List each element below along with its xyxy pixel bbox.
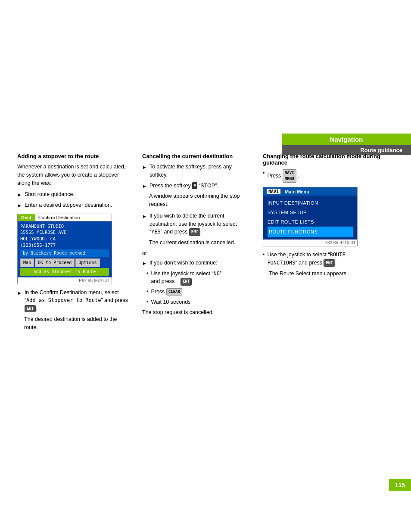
left-section-title: Adding a stopover to the route (17, 153, 129, 159)
bullet-arrow-1: ► (17, 191, 22, 199)
right-bullet-1-text: Press NAVIMENU . (267, 169, 299, 183)
middle-bullet-4: ► If you don’t wish to continue: (142, 259, 250, 267)
r-bullet-dot-1: • (263, 169, 265, 183)
sub-bullet-3-text: Wait 10 seconds (151, 298, 190, 306)
right-section-title: Changing the route calculation mode duri… (263, 153, 394, 166)
middle-bullet-4-text: If you don’t wish to continue: (149, 259, 218, 267)
left-bullet-1-text: Start route guidance. (25, 190, 75, 199)
sc-dest-tab: Dest (18, 214, 35, 221)
navi-item-2: SYSTEM SETUP (268, 208, 353, 217)
m-bullet-arrow-4: ► (142, 260, 147, 267)
sc-line4: (223)956-1777 (20, 242, 109, 249)
left-bullet-1: ► Start route guidance. (17, 190, 129, 199)
nav-tab-label: Navigation (282, 134, 411, 145)
sc-buttons: Map OK to Proceed Options (20, 258, 109, 267)
nav-header: Navigation Route guidance (282, 134, 411, 155)
sub-bullet-1-text: Use the joystick to select “NO” and pres… (151, 270, 221, 286)
left-bullet-2-text: Enter a desired stopover destination. (25, 201, 112, 209)
page-number: 115 (389, 479, 411, 491)
left-bullet-3: ► In the Confirm Destination menu, selec… (17, 289, 129, 313)
left-column: Adding a stopover to the route Whenever … (17, 153, 129, 335)
sub-dot-1: • (146, 270, 148, 286)
clear-button: CLEAR (166, 288, 182, 296)
bullet-arrow-2: ► (17, 202, 22, 209)
main-content: Adding a stopover to the route Whenever … (17, 153, 394, 335)
sub-dot-2: • (146, 288, 148, 296)
navi-main-menu-label: Main Menu (285, 189, 309, 194)
middle-after-bullet3: The current destination is cancelled. (149, 239, 250, 247)
bullet-arrow-3: ► (17, 289, 22, 313)
m-bullet-arrow-1: ► (142, 164, 147, 179)
middle-bullet-3: ► If you wish to delete the current dest… (142, 212, 250, 236)
r-bullet-dot-2: • (263, 251, 265, 267)
sc-add-stopover: Add as Stopover to Route (20, 268, 109, 276)
middle-column: Cancelling the current destination ► To … (142, 153, 250, 320)
sc-line2: 55555 MELROSE AVE (20, 229, 109, 236)
middle-bullet-2-text: Press the softkey ■ “STOP”. (149, 182, 218, 190)
navi-item-3: EDIT ROUTE LISTS (268, 217, 353, 227)
r-bullet-2-code1: ROUTE (330, 252, 346, 258)
dest-screenshot: Dest Confirm Destination PARAMOUNT STUDI… (17, 214, 112, 284)
right-bullet-2: • Use the joystick to select “ROUTE FUNC… (263, 251, 394, 267)
stop-icon: ■ (192, 182, 197, 189)
sc-btn-ok: OK to Proceed (35, 258, 75, 267)
m-bullet-arrow-2: ► (142, 183, 147, 190)
navi-menu-content: INPUT DESTINATION SYSTEM SETUP EDIT ROUT… (263, 196, 357, 240)
middle-sub-bullet-3: • Wait 10 seconds (146, 298, 250, 306)
left-after-bullet: The desired destination is added to the … (24, 315, 129, 332)
left-bullet-3-code: Add as Stopover to Route (26, 297, 101, 303)
sub-bullet-1-code: NO (214, 271, 220, 277)
navi-header-row: NAVI Main Menu (263, 187, 357, 196)
sc-route-method: by Quickest Route method (20, 249, 109, 257)
left-bullet-2: ► Enter a desired stopover destination. (17, 201, 129, 209)
sc-line3: HOLLYWOOD, CA (20, 236, 109, 242)
sc-header-row: Dest Confirm Destination (18, 214, 112, 221)
sc-btn-map: Map (20, 258, 34, 267)
right-after-bullet2: The Route Select menu appears. (269, 270, 394, 278)
sub-bullet-2-text: Press CLEAR. (151, 288, 184, 296)
sc-content: PARAMOUNT STUDIO 55555 MELROSE AVE HOLLY… (18, 221, 112, 277)
right-bullet-1: • Press NAVIMENU . (263, 169, 394, 183)
middle-bullet-1: ► To activate the softkeys, press any so… (142, 163, 250, 179)
navi-item-1: INPUT DESTINATION (268, 198, 353, 208)
navi-screenshot: NAVI Main Menu INPUT DESTINATION SYSTEM … (263, 187, 358, 246)
sc-btn-options: Options (75, 258, 100, 267)
m-bullet-3-code: YES (151, 229, 161, 235)
ent-button-left: ENT (25, 305, 36, 313)
navi-item-4: ROUTE FUNCTIONS (268, 227, 353, 237)
or-text: or (142, 250, 250, 256)
columns-layout: Adding a stopover to the route Whenever … (17, 153, 394, 335)
sub-dot-3: • (146, 298, 148, 306)
sc-confirm-tab: Confirm Destination (35, 214, 84, 221)
r-bullet-2-code2: FUNCTIONS (267, 260, 295, 266)
navi-menu-button: NAVIMENU (283, 169, 296, 183)
middle-after-sub: The stop request is cancelled. (142, 308, 250, 317)
middle-after-bullet2: A window appears confirming the stop req… (149, 192, 250, 208)
left-bullet-3-text: In the Confirm Destination menu, select … (25, 289, 129, 313)
sc-line1: PARAMOUNT STUDIO (20, 223, 109, 230)
m-bullet-arrow-3: ► (142, 213, 147, 236)
left-intro-text: Whenever a destination is set and calcul… (17, 163, 129, 187)
middle-sub-bullet-1: • Use the joystick to select “NO” and pr… (146, 270, 250, 286)
middle-bullet-1-text: To activate the softkeys, press any soft… (149, 163, 250, 179)
middle-sub-bullet-2: • Press CLEAR. (146, 288, 250, 296)
ent-button-middle: ENT (189, 228, 200, 236)
navi-caption: P82.85-9710-31 (263, 240, 357, 246)
ent-button-sub: ENT (181, 278, 192, 286)
ent-button-right: ENT (324, 259, 335, 267)
sc-caption: P82.85-9670-31 (18, 277, 112, 284)
middle-section-title: Cancelling the current destination (142, 153, 250, 159)
right-bullet-2-text: Use the joystick to select “ROUTE FUNCTI… (267, 251, 345, 267)
middle-bullet-2: ► Press the softkey ■ “STOP”. (142, 182, 250, 190)
right-column: Changing the route calculation mode duri… (263, 153, 394, 281)
middle-bullet-3-text: If you wish to delete the current destin… (149, 212, 250, 236)
navi-label: NAVI (267, 189, 280, 194)
